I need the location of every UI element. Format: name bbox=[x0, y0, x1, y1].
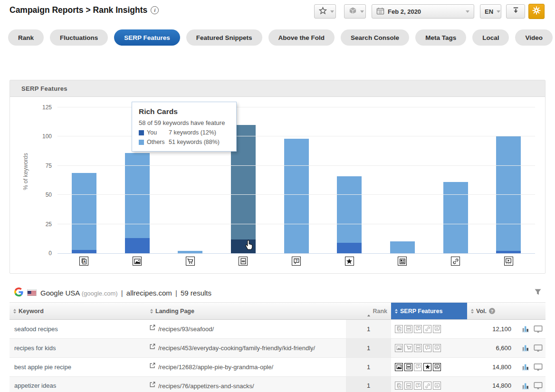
download-icon bbox=[512, 7, 520, 17]
serp-snapshot-icon[interactable] bbox=[534, 344, 543, 352]
landing-page-url: /recipes/453/everyday-cooking/family-fri… bbox=[158, 344, 315, 353]
bar-image-pack[interactable] bbox=[125, 153, 150, 253]
keyword-cell: recipes for kids bbox=[10, 339, 146, 357]
keyword-trend-icon[interactable] bbox=[522, 344, 530, 352]
table-body: seafood recipes/recipes/93/seafood/1A?12… bbox=[10, 320, 545, 392]
y-tick-label: 50 bbox=[46, 191, 52, 198]
bar-segment-others bbox=[390, 241, 415, 253]
landing-page-url: /recipes/93/seafood/ bbox=[158, 325, 214, 334]
serp-snapshot-icon[interactable] bbox=[534, 382, 543, 390]
tab-meta-tags[interactable]: Meta Tags bbox=[415, 29, 466, 46]
bar-series bbox=[57, 107, 535, 253]
sort-icon bbox=[13, 309, 16, 314]
row-actions bbox=[517, 339, 545, 357]
mouse-cursor-icon bbox=[243, 239, 254, 252]
legend-value: 7 keywords (12%) bbox=[169, 129, 216, 136]
landing-page-link[interactable]: /recipe/12682/apple-pie-by-grandma-ople/ bbox=[146, 358, 346, 376]
landing-page-link[interactable]: /recipes/76/appetizers-and-snacks/ bbox=[146, 377, 346, 392]
column-header-serp-features[interactable]: SERP Features bbox=[391, 303, 467, 319]
rich-cards-icon bbox=[404, 382, 412, 390]
gridline bbox=[57, 165, 535, 166]
table-row: best apple pie recipe/recipe/12682/apple… bbox=[10, 358, 545, 377]
tab-above-the-fold[interactable]: Above the Fold bbox=[268, 29, 335, 46]
table-row: seafood recipes/recipes/93/seafood/1A?12… bbox=[10, 320, 545, 339]
tab-rank[interactable]: Rank bbox=[8, 29, 44, 46]
tab-fluctuations[interactable]: Fluctuations bbox=[50, 29, 108, 46]
download-button[interactable] bbox=[506, 4, 525, 19]
gridline bbox=[57, 224, 535, 224]
questions-answers-icon: ? bbox=[423, 344, 431, 352]
volume-cell: 14,800 bbox=[467, 377, 517, 392]
breadcrumb: Campaign Reports > Rank Insights bbox=[10, 5, 147, 15]
us-flag-icon bbox=[27, 289, 37, 296]
bar-sitelinks[interactable] bbox=[443, 182, 468, 253]
rich-cards-icon bbox=[404, 363, 412, 371]
landing-page-link[interactable]: /recipes/93/seafood/ bbox=[146, 320, 346, 338]
y-axis-ticks: 0255075100125 bbox=[29, 107, 52, 253]
page-title: Campaign Reports > Rank Insights i bbox=[10, 5, 159, 15]
tab-search-console[interactable]: Search Console bbox=[341, 29, 409, 46]
sitelinks-icon bbox=[423, 325, 431, 333]
info-icon[interactable]: i bbox=[151, 6, 159, 14]
questions-answers-icon: ? bbox=[414, 382, 422, 390]
settings-button[interactable] bbox=[528, 4, 545, 19]
sort-icon bbox=[150, 309, 153, 314]
x-axis-category bbox=[111, 257, 164, 266]
row-actions bbox=[517, 358, 545, 376]
serp-features-cell: A? bbox=[391, 377, 467, 392]
serp-snapshot-icon[interactable] bbox=[534, 325, 543, 333]
sitelinks-icon bbox=[423, 382, 431, 390]
toolbar: Feb 2, 2020 EN bbox=[314, 4, 545, 19]
bar-questions-answers[interactable] bbox=[284, 139, 309, 253]
rich-cards-icon bbox=[414, 344, 422, 352]
help-icon[interactable]: ? bbox=[489, 308, 495, 314]
rich-cards-icon bbox=[404, 325, 412, 333]
row-actions bbox=[517, 377, 545, 392]
bar-news[interactable] bbox=[390, 241, 415, 253]
y-axis-label: % of keywords bbox=[22, 145, 29, 198]
tab-local[interactable]: Local bbox=[472, 29, 509, 46]
tooltip-subtitle: 58 of 59 keywords have feature bbox=[139, 119, 230, 126]
favorites-dropdown-button[interactable] bbox=[314, 4, 336, 19]
star-icon bbox=[319, 7, 327, 17]
tab-featured-snippets[interactable]: Featured Snippets bbox=[186, 29, 262, 46]
column-header-vol-[interactable]: Vol.? bbox=[467, 303, 517, 319]
column-header-landing-page[interactable]: Landing Page bbox=[146, 303, 346, 319]
keyword-trend-icon[interactable] bbox=[522, 325, 530, 333]
x-axis-category bbox=[376, 257, 429, 266]
x-axis-category: ? bbox=[270, 257, 323, 266]
column-header-rank[interactable]: Rank bbox=[346, 303, 391, 319]
x-axis-category bbox=[482, 257, 535, 266]
y-tick-label: 100 bbox=[42, 133, 52, 140]
bar-paid-ads[interactable] bbox=[72, 173, 96, 253]
bar-shopping[interactable] bbox=[178, 251, 202, 253]
filter-icon[interactable] bbox=[534, 288, 542, 297]
serp-features-cell: A? bbox=[391, 320, 467, 338]
date-picker[interactable]: Feb 2, 2020 bbox=[372, 4, 474, 19]
bar-reviews[interactable] bbox=[337, 176, 362, 253]
serp-snapshot-icon[interactable] bbox=[534, 363, 543, 371]
shopping-icon bbox=[404, 344, 412, 352]
package-dropdown-button[interactable] bbox=[344, 4, 366, 19]
rank-insights-page: Campaign Reports > Rank Insights i Feb 2… bbox=[0, 0, 555, 392]
x-axis-category bbox=[163, 257, 217, 266]
serp-features-cell: ? bbox=[391, 358, 467, 376]
landing-page-url: /recipe/12682/apple-pie-by-grandma-ople/ bbox=[158, 363, 273, 372]
sitelinks-icon bbox=[451, 257, 460, 266]
external-link-icon bbox=[149, 381, 156, 391]
tab-serp-features[interactable]: SERP Features bbox=[114, 29, 180, 46]
keyword-trend-icon[interactable] bbox=[522, 363, 530, 371]
legend-label: You bbox=[147, 129, 169, 136]
x-axis-category bbox=[429, 257, 482, 266]
column-header-keyword[interactable]: Keyword bbox=[10, 303, 146, 319]
x-axis-category bbox=[217, 257, 270, 266]
external-link-icon bbox=[149, 362, 156, 372]
tab-video[interactable]: Video bbox=[515, 29, 553, 46]
paid-ads-icon: A bbox=[79, 257, 88, 266]
keyword-trend-icon[interactable] bbox=[522, 382, 530, 390]
volume-cell: 6,600 bbox=[467, 339, 517, 357]
landing-page-link[interactable]: /recipes/453/everyday-cooking/family-fri… bbox=[146, 339, 346, 357]
language-dropdown[interactable]: EN bbox=[480, 4, 501, 19]
sort-icon bbox=[395, 309, 398, 314]
volume-cell: 12,100 bbox=[467, 320, 517, 338]
